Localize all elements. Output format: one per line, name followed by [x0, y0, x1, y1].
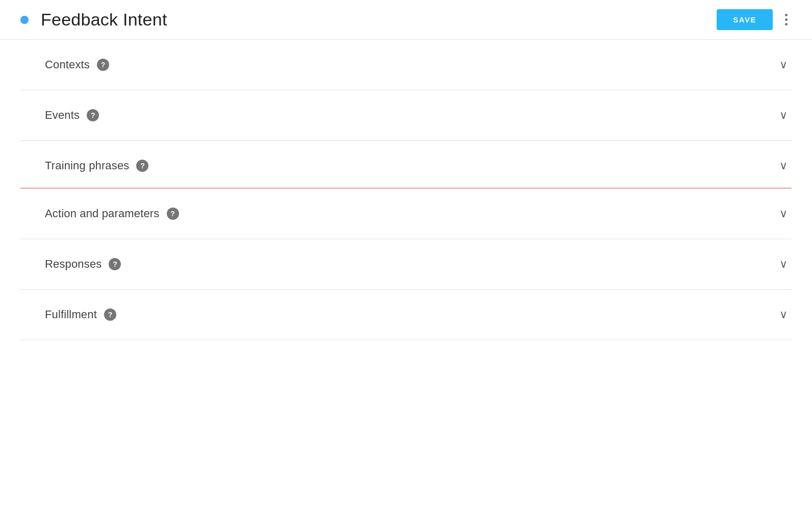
section-events: Events ? ∨ — [20, 90, 792, 141]
header-left: Feedback Intent — [20, 10, 717, 30]
section-header-left-responses: Responses ? — [45, 258, 121, 271]
section-label-contexts: Contexts — [45, 58, 90, 71]
section-header-left-action-and-parameters: Action and parameters ? — [45, 207, 179, 220]
section-contexts: Contexts ? ∨ — [20, 40, 792, 90]
section-header-events[interactable]: Events ? ∨ — [20, 90, 792, 140]
section-header-training-phrases[interactable]: Training phrases ? ∨ — [20, 141, 792, 188]
section-label-fulfillment: Fulfillment — [45, 308, 97, 321]
section-header-left-events: Events ? — [45, 109, 99, 122]
header-right: SAVE — [717, 9, 792, 30]
section-header-action-and-parameters[interactable]: Action and parameters ? ∨ — [20, 189, 792, 239]
section-label-events: Events — [45, 109, 80, 122]
chevron-icon-training-phrases: ∨ — [779, 159, 788, 172]
help-icon-training-phrases[interactable]: ? — [136, 160, 148, 172]
more-dot-2 — [785, 18, 788, 21]
more-options-button[interactable] — [781, 10, 792, 30]
section-header-fulfillment[interactable]: Fulfillment ? ∨ — [20, 290, 792, 340]
page-title: Feedback Intent — [41, 10, 167, 30]
help-icon-events[interactable]: ? — [87, 109, 99, 121]
section-label-action-and-parameters: Action and parameters — [45, 207, 160, 220]
section-header-left-training-phrases: Training phrases ? — [45, 159, 148, 172]
section-responses: Responses ? ∨ — [20, 239, 792, 290]
section-training-phrases: Training phrases ? ∨ — [20, 141, 792, 189]
help-icon-fulfillment[interactable]: ? — [104, 309, 116, 321]
section-header-left-fulfillment: Fulfillment ? — [45, 308, 116, 321]
chevron-icon-events: ∨ — [779, 109, 788, 122]
help-icon-contexts[interactable]: ? — [97, 59, 109, 71]
help-icon-action-and-parameters[interactable]: ? — [167, 208, 179, 220]
chevron-icon-responses: ∨ — [779, 258, 788, 271]
chevron-icon-contexts: ∨ — [779, 58, 788, 71]
chevron-icon-action-and-parameters: ∨ — [779, 207, 788, 220]
help-icon-responses[interactable]: ? — [109, 258, 121, 270]
section-header-contexts[interactable]: Contexts ? ∨ — [20, 40, 792, 90]
section-label-responses: Responses — [45, 258, 102, 271]
section-fulfillment: Fulfillment ? ∨ — [20, 290, 792, 340]
chevron-icon-fulfillment: ∨ — [779, 308, 788, 321]
more-dot-1 — [785, 14, 788, 16]
section-header-responses[interactable]: Responses ? ∨ — [20, 239, 792, 289]
status-indicator — [20, 16, 29, 24]
more-dot-3 — [785, 23, 788, 25]
save-button[interactable]: SAVE — [717, 9, 773, 30]
main-content: Contexts ? ∨ Events ? ∨ Training phrases… — [0, 40, 812, 340]
section-action-and-parameters: Action and parameters ? ∨ — [20, 189, 792, 239]
page-header: Feedback Intent SAVE — [0, 0, 812, 40]
section-header-left-contexts: Contexts ? — [45, 58, 109, 71]
section-label-training-phrases: Training phrases — [45, 159, 129, 172]
